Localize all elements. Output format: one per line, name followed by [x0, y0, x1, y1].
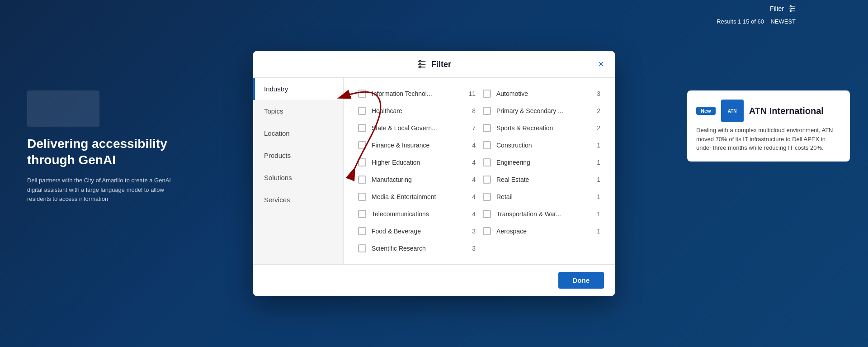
label-primary-secondary: Primary & Secondary ... [496, 107, 590, 114]
svg-point-7 [419, 61, 421, 62]
modal-sidebar: Industry Topics Location Products Soluti… [253, 78, 344, 264]
checkbox-manufacturing[interactable] [358, 176, 366, 184]
count-higher-ed: 4 [468, 159, 476, 166]
checkbox-info-tech[interactable] [358, 90, 366, 98]
label-info-tech: Information Technol... [372, 90, 465, 97]
count-real-estate: 1 [593, 176, 600, 183]
checkbox-finance[interactable] [358, 141, 366, 149]
label-sports-rec: Sports & Recreation [496, 124, 590, 132]
filter-item-real-estate[interactable]: Real Estate 1 [479, 171, 604, 188]
filter-item-finance[interactable]: Finance & Insurance 4 [354, 137, 479, 154]
count-finance: 4 [468, 142, 476, 149]
filter-item-engineering[interactable]: Engineering 1 [479, 154, 604, 171]
filter-item-telecom[interactable]: Telecommunications 4 [354, 205, 479, 223]
label-construction: Construction [496, 142, 590, 149]
checkbox-higher-ed[interactable] [358, 158, 366, 166]
filter-item-sci-research[interactable]: Scientific Research 3 [354, 240, 479, 257]
svg-point-6 [419, 63, 421, 65]
checkbox-real-estate[interactable] [483, 176, 491, 184]
sidebar-item-products[interactable]: Products [253, 144, 343, 166]
label-telecom: Telecommunications [372, 210, 465, 218]
label-engineering: Engineering [496, 159, 590, 166]
count-aerospace: 1 [593, 228, 600, 235]
filter-item-transport[interactable]: Transportation & War... 1 [479, 205, 604, 223]
modal-backdrop: Filter × Industry Topics Location Produc… [0, 0, 868, 347]
filter-icon [417, 59, 427, 69]
filter-item-construction[interactable]: Construction 1 [479, 137, 604, 154]
count-automotive: 3 [593, 90, 600, 97]
count-food-bev: 3 [468, 228, 476, 235]
count-primary-secondary: 2 [593, 107, 600, 114]
modal-close-button[interactable]: × [596, 57, 606, 71]
label-higher-ed: Higher Education [372, 159, 465, 166]
count-transport: 1 [593, 210, 600, 218]
checkbox-telecom[interactable] [358, 210, 366, 218]
filter-item-automotive[interactable]: Automotive 3 [479, 85, 604, 102]
filter-grid: Information Technol... 11 Automotive 3 H… [354, 85, 604, 257]
label-aerospace: Aerospace [496, 228, 590, 235]
filter-item-media[interactable]: Media & Entertainment 4 [354, 188, 479, 205]
label-real-estate: Real Estate [496, 176, 590, 183]
sidebar-item-solutions[interactable]: Solutions [253, 166, 343, 189]
done-button[interactable]: Done [558, 272, 604, 289]
label-food-bev: Food & Beverage [372, 228, 465, 235]
modal-footer: Done [253, 264, 615, 296]
count-manufacturing: 4 [468, 176, 476, 183]
checkbox-retail[interactable] [483, 193, 491, 201]
count-sci-research: 3 [468, 245, 476, 252]
label-retail: Retail [496, 193, 590, 200]
filter-content: Information Technol... 11 Automotive 3 H… [344, 78, 615, 264]
label-manufacturing: Manufacturing [372, 176, 465, 183]
count-engineering: 1 [593, 159, 600, 166]
sidebar-item-location[interactable]: Location [253, 122, 343, 144]
count-healthcare: 8 [468, 107, 476, 114]
checkbox-aerospace[interactable] [483, 227, 491, 235]
count-telecom: 4 [468, 210, 476, 218]
filter-modal: Filter × Industry Topics Location Produc… [253, 51, 615, 296]
label-automotive: Automotive [496, 90, 590, 97]
filter-item-info-tech[interactable]: Information Technol... 11 [354, 85, 479, 102]
label-state-local: State & Local Govern... [372, 124, 465, 132]
sidebar-item-services[interactable]: Services [253, 189, 343, 211]
count-construction: 1 [593, 142, 600, 149]
filter-item-aerospace[interactable]: Aerospace 1 [479, 223, 604, 240]
filter-item-food-bev[interactable]: Food & Beverage 3 [354, 223, 479, 240]
filter-item-healthcare[interactable]: Healthcare 8 [354, 102, 479, 119]
checkbox-media[interactable] [358, 193, 366, 201]
count-info-tech: 11 [468, 90, 476, 97]
label-sci-research: Scientific Research [372, 245, 465, 252]
label-transport: Transportation & War... [496, 210, 590, 218]
label-healthcare: Healthcare [372, 107, 465, 114]
checkbox-automotive[interactable] [483, 90, 491, 98]
label-finance: Finance & Insurance [372, 142, 465, 149]
count-state-local: 7 [468, 124, 476, 132]
checkbox-sports-rec[interactable] [483, 124, 491, 132]
modal-body: Industry Topics Location Products Soluti… [253, 78, 615, 264]
checkbox-construction[interactable] [483, 141, 491, 149]
modal-title: Filter [431, 60, 451, 69]
checkbox-state-local[interactable] [358, 124, 366, 132]
count-sports-rec: 2 [593, 124, 600, 132]
sidebar-item-industry[interactable]: Industry [253, 78, 343, 100]
checkbox-primary-secondary[interactable] [483, 107, 491, 115]
count-retail: 1 [593, 193, 600, 200]
modal-header: Filter × [253, 51, 615, 78]
filter-item-state-local[interactable]: State & Local Govern... 7 [354, 119, 479, 137]
svg-point-8 [419, 67, 421, 68]
filter-item-sports-rec[interactable]: Sports & Recreation 2 [479, 119, 604, 137]
sidebar-item-topics[interactable]: Topics [253, 100, 343, 122]
filter-item-retail[interactable]: Retail 1 [479, 188, 604, 205]
checkbox-food-bev[interactable] [358, 227, 366, 235]
modal-title-area: Filter [417, 59, 451, 69]
count-media: 4 [468, 193, 476, 200]
checkbox-healthcare[interactable] [358, 107, 366, 115]
label-media: Media & Entertainment [372, 193, 465, 200]
checkbox-sci-research[interactable] [358, 244, 366, 252]
checkbox-transport[interactable] [483, 210, 491, 218]
filter-item-manufacturing[interactable]: Manufacturing 4 [354, 171, 479, 188]
checkbox-engineering[interactable] [483, 158, 491, 166]
filter-item-higher-ed[interactable]: Higher Education 4 [354, 154, 479, 171]
filter-item-primary-secondary[interactable]: Primary & Secondary ... 2 [479, 102, 604, 119]
